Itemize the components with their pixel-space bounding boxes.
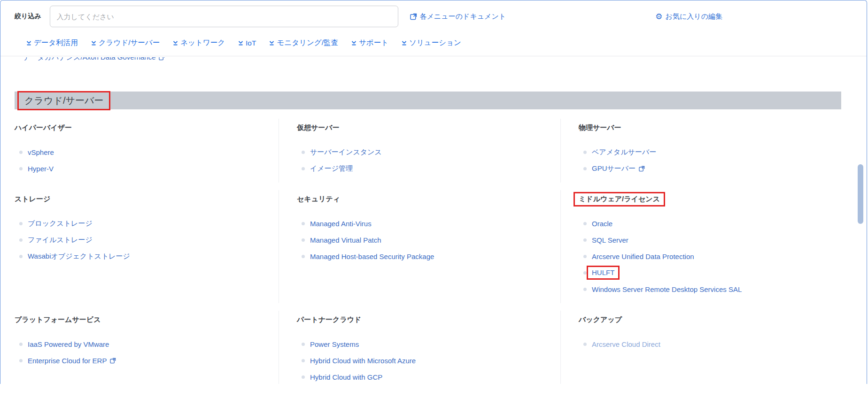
menu-item-list: Managed Anti-VirusManaged Virtual PatchM… (297, 219, 560, 261)
menu-category-cell: ストレージブロックストレージファイルストレージWasabiオブジェクトストレージ (15, 190, 279, 303)
bullet-icon (19, 343, 23, 346)
chevron-down-icon (238, 40, 243, 46)
menu-link[interactable]: vSphere (28, 148, 54, 156)
nav-tab-label: クラウド/サーバー (99, 38, 160, 48)
menu-link-label: SQL Server (592, 236, 628, 244)
section-title: クラウド/サーバー (24, 95, 103, 106)
menu-link-label: Enterprise Cloud for ERP (28, 357, 107, 365)
clipped-row: データガバナンス/Axon Data Governance (23, 57, 867, 66)
bullet-icon (302, 167, 305, 170)
filter-row: 絞り込み 各メニューのドキュメント ⚙ お気に入りの編集 (0, 5, 867, 28)
menu-category-cell: 仮想サーバーサーバーインスタンスイメージ管理 (279, 119, 560, 183)
bullet-icon (302, 255, 305, 258)
bullet-icon (583, 222, 587, 225)
menu-link[interactable]: Windows Server Remote Desktop Services S… (592, 285, 742, 293)
docs-link[interactable]: 各メニューのドキュメント (410, 12, 506, 21)
external-link-icon (159, 57, 165, 61)
menu-link-label: サーバーインスタンス (310, 148, 382, 157)
menu-link-label: Hybrid Cloud with Microsoft Azure (310, 357, 416, 365)
menu-link[interactable]: Managed Anti-Virus (310, 220, 372, 228)
menu-category-cell: 物理サーバーベアメタルサーバーGPUサーバー (560, 119, 841, 183)
bullet-icon (302, 343, 305, 346)
highlight-box: HULFT (587, 266, 620, 280)
bullet-icon (583, 288, 587, 291)
menu-item: ブロックストレージ (15, 219, 279, 228)
menu-link-label: Power Systems (310, 340, 359, 348)
menu-link[interactable]: Arcserve Unified Data Protection (592, 252, 694, 260)
bullet-icon (19, 238, 23, 242)
menu-item: Managed Anti-Virus (297, 219, 560, 228)
menu-link[interactable]: サーバーインスタンス (310, 148, 382, 157)
nav-tab-label: サポート (359, 38, 388, 48)
menu-link[interactable]: Managed Host-based Security Package (310, 252, 434, 260)
chevron-down-icon (91, 40, 96, 46)
bullet-icon (583, 151, 587, 154)
nav-tab[interactable]: サポート (351, 38, 388, 48)
chevron-down-icon (26, 40, 31, 46)
nav-tab[interactable]: ネットワーク (173, 38, 225, 48)
menu-link[interactable]: ブロックストレージ (28, 219, 93, 228)
bullet-icon (583, 255, 587, 258)
menu-link[interactable]: HULFT (592, 268, 614, 276)
menu-link[interactable]: Hybrid Cloud with GCP (310, 373, 382, 381)
menu-link[interactable]: Hybrid Cloud with Microsoft Azure (310, 357, 416, 365)
filter-input[interactable] (50, 6, 398, 27)
bullet-icon (583, 271, 587, 275)
menu-item: Power Systems (297, 339, 560, 349)
favorites-edit-link[interactable]: ⚙ お気に入りの編集 (655, 12, 722, 21)
menu-link-label: Arcserve Cloud Direct (592, 340, 660, 348)
chevron-down-icon (402, 40, 407, 46)
scrollbar-thumb[interactable] (858, 164, 863, 224)
category-heading: 仮想サーバー (297, 123, 560, 132)
menu-link-label: ブロックストレージ (28, 219, 93, 228)
menu-link-label: HULFT (592, 268, 614, 276)
menu-link[interactable]: ファイルストレージ (28, 236, 93, 245)
menu-link-label: IaaS Powered by VMware (28, 340, 109, 348)
menu-link[interactable]: ベアメタルサーバー (592, 148, 656, 157)
nav-tab[interactable]: モニタリング/監査 (269, 38, 338, 48)
menu-link[interactable]: Wasabiオブジェクトストレージ (28, 252, 130, 261)
nav-tab[interactable]: IoT (238, 39, 256, 47)
menu-category-cell: プラットフォームサービスIaaS Powered by VMwareEnterp… (15, 311, 279, 384)
menu-link[interactable]: Enterprise Cloud for ERP (28, 357, 116, 365)
docs-link-label: 各メニューのドキュメント (420, 12, 506, 21)
menu-link-label: ベアメタルサーバー (592, 148, 656, 157)
section-header-bar: クラウド/サーバー (15, 92, 841, 109)
menu-link[interactable]: Hyper-V (28, 165, 54, 173)
menu-item-list: ブロックストレージファイルストレージWasabiオブジェクトストレージ (15, 219, 279, 261)
nav-tab-label: ソリューション (409, 38, 461, 48)
menu-item: Enterprise Cloud for ERP (15, 356, 279, 365)
menu-item: Managed Virtual Patch (297, 235, 560, 245)
nav-tab-label: データ利活用 (34, 38, 78, 48)
menu-item: Hybrid Cloud with Microsoft Azure (297, 356, 560, 365)
gear-icon: ⚙ (655, 13, 662, 21)
menu-item: Arcserve Unified Data Protection (579, 252, 841, 261)
nav-tab[interactable]: データ利活用 (26, 38, 78, 48)
bullet-icon (583, 343, 587, 346)
menu-link[interactable]: イメージ管理 (310, 164, 353, 173)
category-heading-label: セキュリティ (297, 195, 340, 203)
nav-tab[interactable]: ソリューション (402, 38, 461, 48)
menu-item: ベアメタルサーバー (579, 147, 841, 157)
bullet-icon (19, 359, 23, 362)
menu-link-label: Wasabiオブジェクトストレージ (28, 252, 130, 261)
clipped-link[interactable]: データガバナンス/Axon Data Governance (23, 57, 165, 62)
category-heading: セキュリティ (297, 195, 560, 204)
highlight-box: クラウド/サーバー (17, 91, 110, 110)
menu-link[interactable]: Arcserve Cloud Direct (592, 340, 660, 348)
menu-link-label: ファイルストレージ (28, 236, 93, 245)
menu-link-label: GPUサーバー (592, 164, 636, 173)
menu-item: vSphere (15, 147, 279, 157)
nav-tab-label: モニタリング/監査 (277, 38, 338, 48)
menu-item: HULFT (579, 268, 841, 277)
mega-menu-panel: 絞り込み 各メニューのドキュメント ⚙ お気に入りの編集 データ利活用クラウド/… (0, 0, 867, 384)
category-heading-label: ストレージ (15, 195, 50, 203)
menu-link[interactable]: Power Systems (310, 340, 359, 348)
menu-item: サーバーインスタンス (297, 147, 560, 157)
menu-link[interactable]: SQL Server (592, 236, 628, 244)
menu-link[interactable]: GPUサーバー (592, 164, 645, 173)
menu-link[interactable]: IaaS Powered by VMware (28, 340, 109, 348)
menu-link[interactable]: Oracle (592, 220, 612, 228)
menu-link[interactable]: Managed Virtual Patch (310, 236, 381, 244)
nav-tab[interactable]: クラウド/サーバー (91, 38, 160, 48)
